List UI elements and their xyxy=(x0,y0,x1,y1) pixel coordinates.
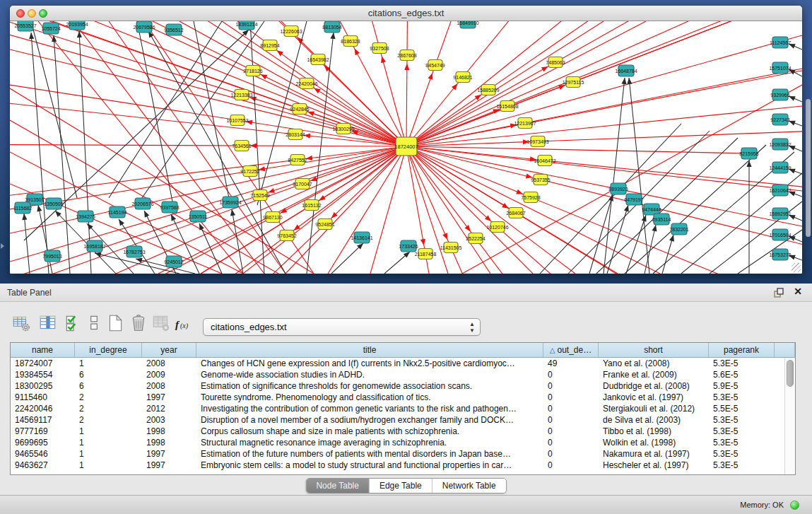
graph-node[interactable]: 16210643 xyxy=(769,185,791,196)
graph-node[interactable]: 7575928 xyxy=(521,192,540,203)
graph-node[interactable]: 9170047 xyxy=(293,179,312,189)
graph-node[interactable]: 10973493 xyxy=(526,136,548,147)
tab-network-table[interactable]: Network Table xyxy=(433,479,506,493)
graph-node[interactable]: 21187458 xyxy=(415,249,437,259)
column-header-out_de[interactable]: △out_de… xyxy=(543,343,599,357)
graph-node[interactable]: 16958187 xyxy=(83,240,105,252)
select-columns-button[interactable] xyxy=(38,313,59,336)
delete-rows-button[interactable] xyxy=(129,313,150,336)
column-header-pagerank[interactable]: pagerank xyxy=(709,343,775,357)
graph-node[interactable]: 9146821 xyxy=(453,72,472,83)
graph-node[interactable]: 1350505 xyxy=(44,198,63,209)
graph-node[interactable]: 18391214 xyxy=(235,21,257,30)
graph-node[interactable]: 1115682 xyxy=(13,202,32,214)
table-row[interactable]: 969969511998Structural magnetic resonanc… xyxy=(11,437,795,448)
network-window-titlebar[interactable]: citations_edges.txt xyxy=(10,6,802,21)
graph-node[interactable]: 8215958 xyxy=(739,148,758,159)
memory-ok-icon[interactable] xyxy=(790,501,799,510)
graph-node[interactable]: 9537355 xyxy=(531,175,550,185)
graph-node[interactable]: 20206576 xyxy=(131,198,153,209)
graph-node[interactable]: 7485063 xyxy=(546,57,565,68)
graph-node[interactable]: 8454749 xyxy=(425,60,445,71)
graph-node[interactable]: 20679586 xyxy=(133,21,155,33)
graph-node[interactable]: 12226063 xyxy=(280,26,302,37)
graph-node[interactable]: 12213967 xyxy=(514,118,536,129)
network-canvas[interactable]: 2055352710557242019395420679586935651218… xyxy=(10,21,802,274)
graph-node[interactable]: 9329966 xyxy=(770,89,789,100)
select-all-checks-button[interactable] xyxy=(64,313,85,336)
graph-node[interactable]: 16543982 xyxy=(307,54,329,65)
graph-node[interactable]: 9227343 xyxy=(770,114,789,125)
tab-edge-table[interactable]: Edge Table xyxy=(370,479,433,493)
graph-node[interactable]: 16753275 xyxy=(769,249,791,260)
graph-node[interactable]: 12975115 xyxy=(563,77,584,88)
graph-node[interactable]: 16782753 xyxy=(123,246,145,257)
float-panel-icon[interactable] xyxy=(774,288,784,298)
graph-node[interactable]: 2803144 xyxy=(286,129,305,140)
graph-node[interactable]: 20553527 xyxy=(14,21,36,31)
graph-node[interactable]: 9245012 xyxy=(164,256,183,267)
graph-node[interactable]: 1350511 xyxy=(189,211,208,222)
graph-node[interactable]: 8186328 xyxy=(341,36,360,47)
window-resize-grip[interactable] xyxy=(792,263,801,272)
graph-node[interactable]: 9327508 xyxy=(370,43,389,54)
graph-node[interactable]: 2867608 xyxy=(397,50,416,61)
graph-node[interactable]: 7832201 xyxy=(669,223,688,235)
graph-node[interactable]: 1733426 xyxy=(399,240,418,252)
graph-node[interactable]: 17359924 xyxy=(219,197,241,208)
panel-collapse-arrow-icon[interactable] xyxy=(1,243,4,249)
graph-node[interactable]: 2718126 xyxy=(243,66,262,76)
table-row[interactable]: 1456911722003Disruption of a novel membe… xyxy=(11,414,795,426)
row-height-button[interactable] xyxy=(84,313,105,336)
graph-node[interactable]: 9397588 xyxy=(160,201,179,213)
graph-node[interactable]: 2522254 xyxy=(466,233,485,244)
graph-node[interactable]: 12093832 xyxy=(769,139,791,150)
graph-node[interactable]: 14136141 xyxy=(351,232,372,243)
table-row[interactable]: 946362711997Embryonic stem cells: a mode… xyxy=(11,460,795,471)
graph-node[interactable]: 6479197 xyxy=(624,194,643,205)
column-header-short[interactable]: short xyxy=(599,343,709,357)
graph-node[interactable]: 16849910 xyxy=(457,21,478,28)
table-scrollbar-thumb[interactable] xyxy=(787,360,794,387)
graph-node[interactable]: 15751074 xyxy=(769,62,791,74)
network-scrollbar[interactable] xyxy=(806,99,811,237)
graph-node[interactable]: 8813054 xyxy=(322,21,341,33)
table-row[interactable]: 1872400712008Changes of HCN gene express… xyxy=(11,358,795,369)
function-builder-button[interactable]: f (x) xyxy=(174,316,195,339)
column-header-in_degree[interactable]: in_degree xyxy=(75,343,142,357)
graph-node[interactable]: 1145194 xyxy=(108,206,127,218)
table-row[interactable]: 977716911998Corpus callosum shape and si… xyxy=(11,426,795,437)
graph-node[interactable]: 8427552 xyxy=(288,155,307,165)
graph-node[interactable]: 11431505 xyxy=(440,243,462,253)
graph-node[interactable]: 7995013 xyxy=(42,250,61,262)
graph-node[interactable]: 8912954 xyxy=(260,40,279,51)
close-panel-icon[interactable]: ✕ xyxy=(794,286,802,297)
table-source-select[interactable]: citations_edges.txt ▲▼ xyxy=(203,318,481,336)
graph-node[interactable]: 7634561 xyxy=(232,141,251,151)
graph-node[interactable]: 1615132 xyxy=(302,200,321,211)
graph-node[interactable]: 1055724 xyxy=(41,23,60,34)
column-header-title[interactable]: title xyxy=(196,343,543,357)
graph-node[interactable]: 10107553 xyxy=(226,115,248,126)
graph-node[interactable]: 7152549 xyxy=(250,190,269,201)
graph-node[interactable]: 16154808 xyxy=(496,101,518,112)
graph-node[interactable]: 9524851 xyxy=(315,219,334,230)
graph-node[interactable]: 8893923 xyxy=(608,183,628,194)
graph-node[interactable]: 9172252 xyxy=(240,166,259,177)
graph-node[interactable]: 16648784 xyxy=(615,65,637,76)
graph-node[interactable]: 18724007 xyxy=(394,137,418,156)
column-header-year[interactable]: year xyxy=(142,343,196,357)
column-header-name[interactable]: name xyxy=(11,343,75,357)
graph-node[interactable]: 15892951 xyxy=(769,208,791,219)
table-scrollbar-track[interactable] xyxy=(784,358,795,474)
graph-node[interactable]: 9763452 xyxy=(277,230,296,241)
graph-node[interactable]: 16046472 xyxy=(534,156,555,166)
graph-node[interactable]: 18300295 xyxy=(332,124,354,134)
graph-node[interactable]: 9867130 xyxy=(263,212,282,223)
graph-node[interactable]: 2935114 xyxy=(652,214,671,225)
graph-node[interactable]: 20193954 xyxy=(66,21,88,30)
graph-node[interactable]: 2684067 xyxy=(506,208,525,218)
graph-node[interactable]: 11124567 xyxy=(770,37,791,48)
table-row[interactable]: 1830029562008Estimation of significance … xyxy=(11,380,795,392)
graph-node[interactable]: 12444159 xyxy=(769,162,791,173)
